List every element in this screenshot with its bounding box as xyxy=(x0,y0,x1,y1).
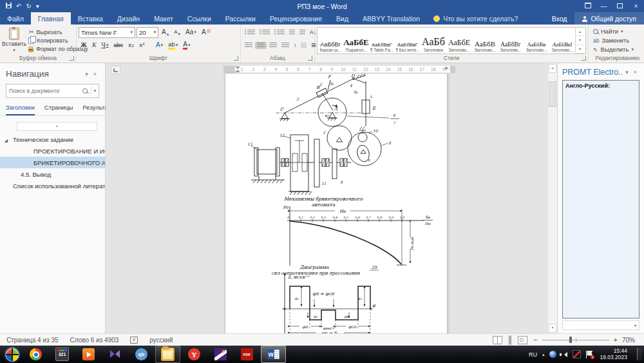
bullets-button[interactable] xyxy=(243,29,257,36)
superscript-button[interactable]: x² xyxy=(137,41,147,50)
tab-view[interactable]: Вид xyxy=(329,12,355,25)
style-item[interactable]: АаБбЕЗаголово... xyxy=(446,28,472,54)
ruler-indent-left[interactable] xyxy=(235,66,240,69)
paragraph-dialog-launcher[interactable] xyxy=(308,56,312,61)
decrease-indent-button[interactable] xyxy=(287,29,297,36)
undo-icon[interactable]: ↶ xyxy=(16,0,21,12)
taskbar-media-player[interactable] xyxy=(76,346,101,363)
qat-customize-icon[interactable]: ▾ xyxy=(36,0,39,12)
align-left-button[interactable] xyxy=(243,42,254,49)
tab-mailings[interactable]: Рассылки xyxy=(218,12,263,25)
tell-me-box[interactable]: Что вы хотите сделать? xyxy=(427,12,524,25)
numbering-button[interactable] xyxy=(258,29,272,36)
styles-dialog-launcher[interactable] xyxy=(582,56,586,61)
font-color-button[interactable]: А▾ xyxy=(181,41,192,50)
taskbar-yandex-browser[interactable]: Y xyxy=(182,346,207,363)
promt-bottom-bar[interactable]: ▾ xyxy=(562,320,639,330)
navigation-options-icon[interactable]: ▾ xyxy=(82,71,91,77)
antivirus-tray-icon[interactable] xyxy=(573,350,581,358)
volume-icon[interactable] xyxy=(562,352,567,357)
tab-references[interactable]: Ссылки xyxy=(180,12,218,25)
tab-review[interactable]: Рецензирование xyxy=(263,12,329,25)
ruler-indent-right[interactable] xyxy=(444,66,449,69)
zoom-slider[interactable] xyxy=(542,340,609,340)
nav-item[interactable]: 4.5. Вывод xyxy=(0,168,105,180)
style-item[interactable]: АаБбВгКурсач ш... xyxy=(317,28,343,54)
taskbar-chrome[interactable] xyxy=(23,346,48,363)
action-center-icon[interactable]: × xyxy=(586,351,594,358)
zoom-in-button[interactable]: + xyxy=(614,336,618,344)
align-right-button[interactable] xyxy=(267,42,279,49)
show-desktop-button[interactable] xyxy=(637,348,642,360)
grow-font-button[interactable]: А▴ xyxy=(160,28,171,37)
search-input[interactable] xyxy=(6,88,82,94)
tab-layout[interactable]: Макет xyxy=(147,12,180,25)
search-dropdown-icon[interactable]: ▾ xyxy=(93,88,96,93)
nav-tab-headings[interactable]: Заголовки xyxy=(6,104,35,115)
tab-abbyy-translation[interactable]: ABBYY Translation xyxy=(355,12,427,25)
paste-button[interactable]: Вставить ▾ xyxy=(2,26,26,55)
navigation-close-icon[interactable]: × xyxy=(91,71,99,77)
tab-file[interactable]: Файл xyxy=(0,12,31,25)
font-family-combo[interactable]: Times New F▾ xyxy=(79,27,135,38)
line-spacing-button[interactable]: ↕ xyxy=(292,41,298,49)
clear-formatting-button[interactable]: А xyxy=(200,28,208,37)
style-item[interactable]: АаБбВвІЗаголово... xyxy=(549,28,575,54)
nav-item-selected[interactable]: БРИКЕТИРОВОЧНОГО АВ... xyxy=(0,157,105,168)
increase-indent-button[interactable] xyxy=(298,29,307,36)
vertical-scrollbar[interactable]: ▴ ▾ xyxy=(547,63,557,333)
restore-icon[interactable] xyxy=(612,0,628,12)
style-item[interactable]: АаБбВгЗаголово... xyxy=(498,28,524,54)
taskbar-pdf-reader[interactable]: PDF xyxy=(234,346,260,363)
tab-design[interactable]: Дизайн xyxy=(110,12,147,25)
align-center-button[interactable] xyxy=(255,42,267,49)
change-case-button[interactable]: Аа▾ xyxy=(184,28,198,37)
select-button[interactable]: ↖Выделить▾ xyxy=(591,45,642,54)
find-button[interactable]: Найти▾ xyxy=(591,27,642,36)
nav-item[interactable]: Список использованной литерату... xyxy=(0,180,105,191)
clipboard-dialog-launcher[interactable] xyxy=(70,56,74,61)
tab-home[interactable]: Главная xyxy=(31,12,71,25)
close-icon[interactable]: × xyxy=(628,0,644,12)
taskbar-word[interactable]: W xyxy=(261,346,286,363)
promt-result-box[interactable]: Англо-Русский: xyxy=(562,80,639,319)
taskbar-kmplayer[interactable] xyxy=(102,346,128,363)
start-button[interactable] xyxy=(2,346,23,363)
font-dialog-launcher[interactable] xyxy=(234,56,238,61)
proofing-icon[interactable]: ✗ xyxy=(130,337,138,344)
zoom-slider-thumb[interactable] xyxy=(569,337,572,343)
promt-close-icon[interactable]: × xyxy=(631,69,639,75)
taskbar-qbittorrent[interactable]: qb xyxy=(129,346,154,363)
subscript-button[interactable]: x₂ xyxy=(126,41,136,50)
styles-scroll-down-icon[interactable]: ▾ xyxy=(576,36,584,44)
taskbar-media-player-classic[interactable]: 321 xyxy=(50,346,75,363)
nav-item[interactable]: ◢Техническое задание xyxy=(0,133,105,145)
sign-in-button[interactable]: Вход xyxy=(544,15,575,23)
minimize-icon[interactable]: — xyxy=(596,0,612,12)
share-button[interactable]: Общий доступ xyxy=(574,12,644,25)
scrollbar-thumb[interactable] xyxy=(549,81,556,107)
language-tray-indicator[interactable]: RU xyxy=(529,351,537,358)
multilevel-list-button[interactable] xyxy=(272,29,287,36)
styles-scroll-up-icon[interactable]: ▴ xyxy=(576,28,584,36)
collapse-triangle-icon[interactable]: ◢ xyxy=(5,137,8,144)
style-item[interactable]: АаБбВвЗаголово... xyxy=(524,28,549,54)
strikethrough-button[interactable]: abc xyxy=(112,41,126,50)
scroll-down-icon[interactable]: ▾ xyxy=(549,324,556,333)
promt-tray-icon[interactable] xyxy=(549,351,556,358)
italic-button[interactable]: К xyxy=(90,41,99,50)
highlight-button[interactable]: ab▾ xyxy=(166,41,180,50)
show-hidden-icons[interactable]: ▴ xyxy=(542,352,545,357)
underline-button[interactable]: Ч▾ xyxy=(100,41,111,50)
style-item[interactable]: АаБбЗаголовок xyxy=(421,28,446,54)
ruler-tab-selector[interactable] xyxy=(111,66,120,74)
promt-options-icon[interactable]: ▾ xyxy=(623,69,631,75)
replace-button[interactable]: abЗаменить xyxy=(591,36,642,45)
bold-button[interactable]: Ж xyxy=(79,41,89,50)
language-indicator[interactable]: русский xyxy=(149,337,173,344)
tab-insert[interactable]: Вставка xyxy=(71,12,110,25)
text-effects-button[interactable]: А▾ xyxy=(154,41,165,50)
collapse-ribbon-icon[interactable]: ∧ xyxy=(636,55,640,61)
style-item[interactable]: АаБбЕПодзагол... xyxy=(343,28,369,54)
print-layout-button[interactable] xyxy=(508,335,512,345)
